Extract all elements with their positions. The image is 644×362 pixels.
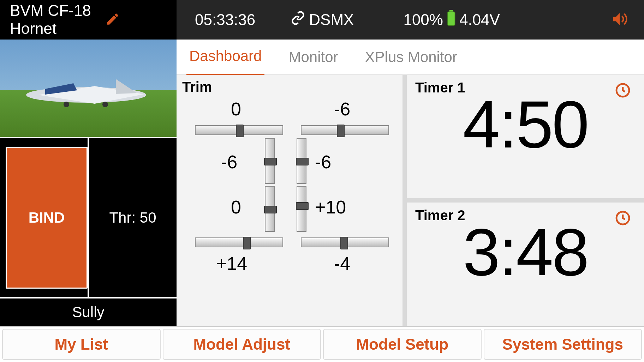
trim-c-value: -6 bbox=[221, 151, 237, 173]
edit-icon[interactable] bbox=[105, 12, 120, 28]
status-bar: BVM CF-18 Hornet 05:33:36 DSMX 100% 4.04… bbox=[0, 0, 644, 40]
trim-d-slider[interactable] bbox=[297, 138, 306, 184]
trim-panel: Trim 0 -6 -6 -6 0 bbox=[177, 75, 402, 326]
trim-d-value: -6 bbox=[315, 151, 331, 173]
bind-button[interactable]: BIND bbox=[6, 147, 88, 289]
nav-system-settings[interactable]: System Settings bbox=[484, 329, 642, 360]
tab-dashboard[interactable]: Dashboard bbox=[186, 38, 264, 76]
pilot-name: Sully bbox=[0, 298, 177, 326]
trim-a-slider[interactable] bbox=[195, 125, 283, 135]
battery-icon bbox=[447, 10, 456, 30]
clock-icon bbox=[614, 210, 631, 228]
battery-percent: 100% bbox=[403, 11, 443, 29]
trim-g-slider[interactable] bbox=[195, 237, 283, 247]
trim-f-value: +10 bbox=[315, 197, 346, 218]
link-type: DSMX bbox=[309, 11, 354, 29]
model-name-area[interactable]: BVM CF-18 Hornet bbox=[0, 0, 177, 40]
nav-my-list[interactable]: My List bbox=[2, 329, 161, 360]
battery-voltage: 4.04V bbox=[459, 11, 500, 29]
tab-xplus-monitor[interactable]: XPlus Monitor bbox=[362, 40, 460, 75]
aircraft-photo bbox=[24, 79, 148, 111]
trim-h-slider[interactable] bbox=[301, 237, 389, 247]
trim-e-value: 0 bbox=[231, 197, 241, 218]
timer-1-value: 4:50 bbox=[415, 91, 636, 158]
sidebar: BIND Thr: 50 Sully bbox=[0, 40, 177, 326]
battery-status: 100% 4.04V bbox=[403, 10, 500, 30]
svg-point-4 bbox=[102, 102, 108, 107]
trim-e-slider[interactable] bbox=[265, 186, 275, 232]
clock-time: 05:33:36 bbox=[195, 11, 255, 29]
trim-b-value: -6 bbox=[334, 98, 350, 120]
svg-rect-1 bbox=[447, 12, 455, 25]
model-photo[interactable] bbox=[0, 40, 177, 137]
trim-a-value: 0 bbox=[231, 98, 241, 120]
tab-monitor[interactable]: Monitor bbox=[286, 40, 341, 75]
trim-b-slider[interactable] bbox=[301, 125, 389, 135]
trim-title: Trim bbox=[182, 79, 397, 95]
trim-f-slider[interactable] bbox=[297, 186, 306, 232]
nav-model-adjust[interactable]: Model Adjust bbox=[163, 329, 321, 360]
trim-h-value: -4 bbox=[334, 253, 350, 274]
trim-g-value: +14 bbox=[216, 253, 247, 274]
tab-bar: Dashboard Monitor XPlus Monitor bbox=[177, 40, 644, 75]
timer-2-value: 3:48 bbox=[415, 218, 636, 285]
bottom-nav: My List Model Adjust Model Setup System … bbox=[0, 326, 644, 362]
model-name: BVM CF-18 Hornet bbox=[10, 2, 91, 37]
clock-icon bbox=[614, 82, 631, 100]
throttle-readout: Thr: 50 bbox=[88, 138, 177, 297]
timer-1-card[interactable]: Timer 1 4:50 bbox=[407, 75, 644, 198]
nav-model-setup[interactable]: Model Setup bbox=[323, 329, 482, 360]
speaker-icon[interactable] bbox=[610, 10, 628, 29]
svg-point-3 bbox=[64, 102, 69, 107]
timer-2-card[interactable]: Timer 2 3:48 bbox=[407, 203, 644, 326]
link-icon bbox=[291, 11, 309, 29]
link-status: DSMX bbox=[291, 11, 354, 29]
trim-c-slider[interactable] bbox=[265, 138, 275, 184]
